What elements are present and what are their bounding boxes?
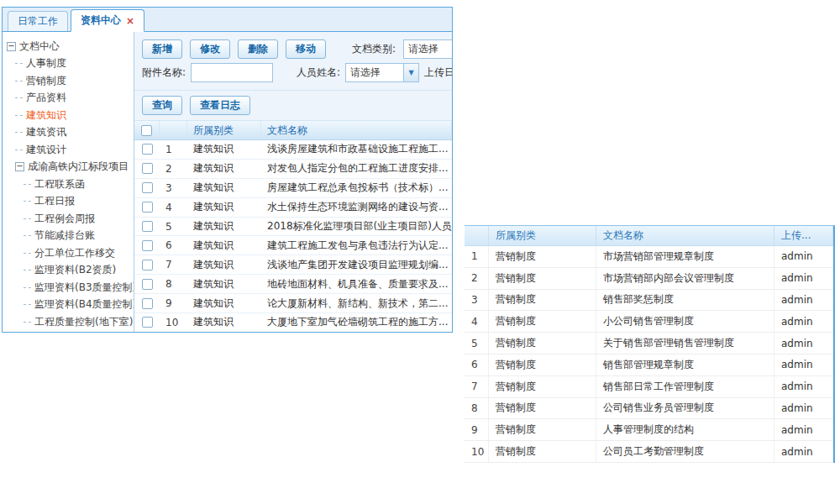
person-name-select[interactable]: 请选择 ▼ [345, 63, 419, 82]
table-row[interactable]: 4 建筑知识 水土保持生态环境监测网络的建设与资... [134, 198, 452, 218]
cell-doc-name: 关于销售部管理销售管理制度 [596, 333, 774, 354]
header-doc-name: 文档名称 [261, 121, 452, 139]
tree-item-construction-news[interactable]: 建筑资讯 [7, 124, 132, 142]
cell-category: 建筑知识 [187, 255, 261, 274]
cell-number: 7 [160, 255, 187, 274]
cell-category: 营销制度 [489, 333, 596, 354]
cell-category: 建筑知识 [187, 218, 261, 236]
table-row[interactable]: 7 建筑知识 浅谈地产集团开发建设项目监理规划编... [134, 255, 452, 275]
table-row[interactable]: 1 建筑知识 浅谈房屋建筑和市政基础设施工程施工... [134, 140, 452, 160]
cell-number: 4 [465, 311, 489, 332]
table-row[interactable]: 1 营销制度 市场营销部管理规章制度 admin [465, 246, 833, 268]
row-checkbox[interactable] [142, 163, 153, 174]
tree-item-work-transfer[interactable]: 分工单位工作移交 [7, 244, 132, 262]
tree-item-label: 监理资料(B4质量控制) [34, 297, 134, 312]
row-checkbox[interactable] [142, 144, 153, 155]
view-log-button[interactable]: 查看日志 [190, 96, 250, 115]
cell-checkbox [134, 313, 160, 332]
tree-item-label: 成渝高铁内江标段项目 [28, 160, 129, 174]
tree-item-supervision-b3[interactable]: 监理资料(B3质量控制) [7, 279, 132, 297]
cell-uploader: admin [774, 311, 833, 332]
add-button[interactable]: 新增 [142, 39, 182, 59]
cell-category: 建筑知识 [187, 275, 261, 293]
cell-doc-name: 浅谈房屋建筑和市政基础设施工程施工... [261, 140, 452, 159]
toolbar-row-2: 附件名称: 人员姓名: 请选择 ▼ 上传日期 [134, 63, 452, 90]
tab-daily-work[interactable]: 日常工作 [8, 11, 68, 31]
cell-doc-name: 公司销售业务员管理制度 [596, 398, 774, 419]
table-row[interactable]: 2 营销制度 市场营销部内部会议管理制度 admin [465, 268, 833, 290]
tree-item-construction-design[interactable]: 建筑设计 [7, 141, 132, 159]
row-checkbox[interactable] [142, 202, 153, 213]
cell-uploader: admin [774, 333, 833, 354]
table-row[interactable]: 10 营销制度 公司员工考勤管理制度 admin [465, 441, 833, 463]
query-button[interactable]: 查询 [142, 96, 182, 115]
tree-item-quality-main[interactable]: 工程质量控制(主体) [7, 331, 132, 333]
tree-item-daily-report[interactable]: 工程日报 [7, 193, 132, 211]
cell-doc-name: 水土保持生态环境监测网络的建设与资... [261, 198, 452, 217]
tree-item-personnel[interactable]: 人事制度 [7, 55, 132, 73]
table-row[interactable]: 9 建筑知识 论大厦新材料、新结构、新技术，第二... [134, 294, 452, 313]
table-row[interactable]: 2 建筑知识 对发包人指定分包的工程施工进度安排... [134, 160, 452, 179]
row-checkbox[interactable] [142, 221, 153, 232]
tree-item-product[interactable]: 产品资料 [7, 90, 132, 108]
cell-number: 10 [465, 441, 489, 462]
select-all-checkbox[interactable] [141, 125, 152, 136]
tree-connector [15, 63, 23, 64]
cell-number: 6 [160, 236, 187, 255]
collapse-icon[interactable]: − [7, 42, 16, 51]
tree-item-label: 文档中心 [19, 39, 60, 54]
table-row[interactable]: 6 营销制度 销售部管理规章制度 admin [465, 354, 833, 376]
table-row[interactable]: 3 建筑知识 房屋建筑工程总承包投标书（技术标）... [134, 179, 452, 198]
chevron-down-icon[interactable]: ▼ [403, 64, 418, 81]
attachment-input[interactable] [191, 63, 273, 82]
cell-number: 5 [160, 218, 187, 236]
move-button[interactable]: 移动 [286, 39, 326, 59]
tree-item-label: 人事制度 [26, 56, 66, 71]
tree-item-contact-letter[interactable]: 工程联系函 [7, 176, 132, 193]
tree-item-weekly-report[interactable]: 工程例会周报 [7, 210, 132, 228]
doc-category-select[interactable]: 请选择 ▼ [403, 39, 452, 59]
tree-item-energy-ledger[interactable]: 节能减排台账 [7, 228, 132, 245]
cell-category: 营销制度 [489, 398, 596, 419]
row-checkbox[interactable] [142, 260, 153, 270]
cell-uploader: admin [774, 268, 833, 289]
tree-item-quality-basement[interactable]: 工程质量控制(地下室) [7, 313, 132, 331]
cell-number: 8 [465, 398, 489, 419]
table-row[interactable]: 3 营销制度 销售部奖惩制度 admin [465, 290, 833, 312]
table-row[interactable]: 9 营销制度 人事管理制度的结构 admin [465, 419, 833, 441]
row-checkbox[interactable] [142, 182, 153, 193]
tree-item-supervision-b4[interactable]: 监理资料(B4质量控制) [7, 297, 132, 314]
close-icon[interactable]: × [126, 16, 134, 26]
cell-checkbox [134, 294, 160, 312]
row-checkbox[interactable] [142, 317, 153, 328]
document-grid: 所属别类 文档名称 1 建筑知识 浅谈房屋建筑和市政基础设施工程施工... [134, 120, 452, 332]
table-row[interactable]: 6 建筑知识 建筑工程施工发包与承包违法行为认定... [134, 236, 452, 255]
row-checkbox[interactable] [142, 279, 153, 290]
tree-item-construction-knowledge[interactable]: 建筑知识 [7, 107, 132, 124]
header-doc-name: 文档名称 [596, 226, 774, 245]
table-row[interactable]: 4 营销制度 小公司销售管理制度 admin [465, 311, 833, 333]
tab-data-center[interactable]: 资料中心 × [71, 9, 144, 32]
doc-category-value: 请选择 [404, 40, 452, 58]
delete-button[interactable]: 删除 [238, 39, 278, 59]
cell-uploader: admin [774, 290, 833, 311]
table-body: 1 营销制度 市场营销部管理规章制度 admin 2 营销制度 市场营销部内部会… [465, 246, 833, 463]
table-row[interactable]: 10 建筑知识 大厦地下室加气砼墙砌筑工程的施工方... [134, 313, 452, 332]
tree-item-doc-center[interactable]: − 文档中心 [7, 38, 132, 55]
row-checkbox[interactable] [142, 240, 153, 251]
cell-doc-name: 浅谈地产集团开发建设项目监理规划编... [261, 255, 452, 274]
table-row[interactable]: 5 营销制度 关于销售部管理销售管理制度 admin [465, 333, 833, 354]
tree-item-supervision-b2[interactable]: 监理资料(B2资质) [7, 262, 132, 280]
cell-doc-name: 地砖地面材料、机具准备、质量要求及... [261, 275, 452, 293]
row-checkbox[interactable] [142, 298, 153, 309]
cell-doc-name: 人事管理制度的结构 [596, 419, 774, 440]
table-row[interactable]: 8 营销制度 公司销售业务员管理制度 admin [465, 398, 833, 420]
tree-item-marketing[interactable]: 营销制度 [7, 72, 132, 90]
collapse-icon[interactable]: − [15, 162, 24, 171]
table-row[interactable]: 7 营销制度 销售部日常工作管理制度 admin [465, 376, 833, 398]
modify-button[interactable]: 修改 [190, 39, 230, 59]
tree-item-railway-project[interactable]: − 成渝高铁内江标段项目 [7, 159, 132, 176]
cell-uploader: admin [774, 441, 833, 462]
table-row[interactable]: 8 建筑知识 地砖地面材料、机具准备、质量要求及... [134, 275, 452, 294]
table-row[interactable]: 5 建筑知识 2018标准化监理项目部(业主项目部)人员... [134, 218, 452, 237]
